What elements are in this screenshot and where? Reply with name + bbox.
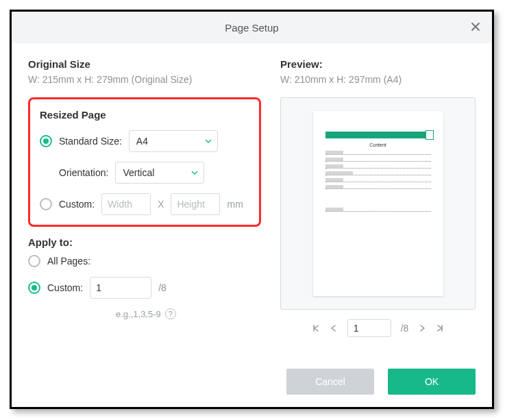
preview-heading: Preview: [280,58,476,70]
all-pages-label: All Pages: [47,256,90,267]
orientation-value: Vertical [123,167,154,178]
preview-pager: 1 /8 [280,319,476,337]
apply-to-heading: Apply to: [28,236,261,248]
dialog-title: Page Setup [225,22,278,34]
custom-height-input[interactable]: Height [171,193,220,215]
resized-page-heading: Resized Page [40,109,249,121]
resized-page-box: Resized Page Standard Size: A4 Orientati… [28,97,261,227]
radio-all-pages[interactable] [28,255,40,267]
preview-page: Content [313,111,443,296]
orientation-label: Orientation: [59,167,108,178]
preview-size-value: W: 210mm x H: 297mm (A4) [280,74,476,85]
orientation-select[interactable]: Vertical [115,162,204,184]
chevron-down-icon [191,169,198,176]
custom-pages-example: e.g.,1,3,5-9 [116,309,161,319]
custom-size-label: Custom: [59,199,95,210]
chevron-down-icon [205,138,212,145]
page-setup-dialog: Page Setup Original Size W: 215mm x H: 2… [10,10,494,409]
standard-size-label: Standard Size: [59,136,122,147]
cancel-button[interactable]: Cancel [286,369,374,395]
last-page-icon[interactable] [436,324,444,332]
next-page-icon[interactable] [418,324,426,332]
titlebar: Page Setup [12,12,492,43]
custom-unit-label: mm [227,199,243,210]
radio-standard-size[interactable] [40,135,52,147]
ok-button[interactable]: OK [388,369,476,395]
preview-doc-center: Content [325,143,431,147]
custom-pages-total: /8 [158,282,167,293]
page-number-input[interactable]: 1 [347,319,391,337]
radio-custom-size[interactable] [40,198,52,210]
prev-page-icon[interactable] [330,324,338,332]
custom-pages-label: Custom: [47,282,83,293]
original-size-heading: Original Size [28,58,261,70]
first-page-icon[interactable] [312,324,320,332]
dialog-footer: Cancel OK [12,367,492,407]
preview-frame: Content [280,97,476,310]
page-total: /8 [401,323,409,334]
x-separator: X [158,199,164,210]
close-icon[interactable] [467,18,484,35]
custom-width-input[interactable]: Width [101,193,151,215]
help-icon[interactable]: ? [165,308,176,319]
standard-size-select[interactable]: A4 [129,130,218,152]
standard-size-value: A4 [136,136,148,147]
custom-pages-input[interactable]: 1 [90,277,151,299]
original-size-value: W: 215mm x H: 279mm (Original Size) [28,74,261,85]
radio-custom-pages[interactable] [28,282,40,294]
